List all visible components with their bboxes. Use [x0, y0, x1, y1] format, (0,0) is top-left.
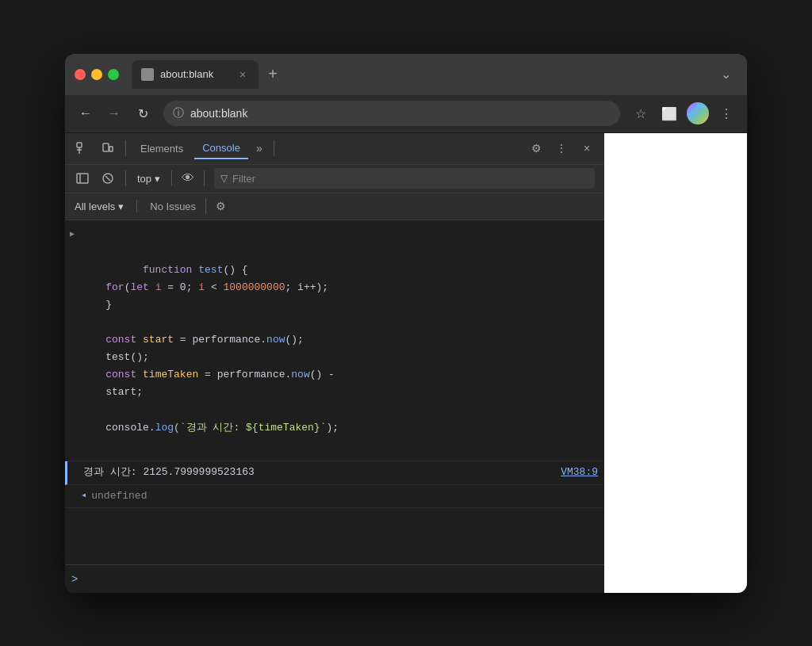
menu-icon[interactable]: ⋮ — [715, 102, 737, 124]
filter-placeholder: Filter — [232, 173, 255, 185]
filter-icon: ▽ — [220, 173, 228, 184]
bookmark-icon[interactable]: ☆ — [630, 102, 652, 124]
devtools-more-icon[interactable]: ⋮ — [550, 137, 573, 159]
forward-icon: → — [108, 106, 121, 120]
undefined-value: undefined — [91, 488, 147, 505]
console-divider — [125, 170, 126, 186]
code-input-block: ▶ function test() { for(let i = 0; i < 1… — [65, 220, 604, 461]
level-divider — [136, 200, 137, 212]
tab-dropdown-button[interactable]: ⌄ — [714, 63, 737, 85]
level-divider-2 — [205, 198, 206, 214]
inspect-element-icon[interactable] — [71, 137, 94, 159]
maximize-button[interactable] — [108, 69, 119, 80]
browser-window: about:blank × + ⌄ ← → ↻ ⓘ about:blank — [65, 54, 747, 593]
svg-rect-3 — [77, 174, 88, 183]
tab-close-icon[interactable]: × — [236, 68, 249, 81]
undefined-result: ◂ undefined — [65, 485, 604, 509]
level-dropdown-icon: ▾ — [118, 201, 124, 212]
minimize-button[interactable] — [91, 69, 102, 80]
output-text: 경과 시간: 2125.7999999523163 — [83, 464, 255, 481]
issues-settings-icon[interactable]: ⚙ — [216, 200, 226, 212]
title-bar: about:blank × + ⌄ — [65, 54, 747, 95]
clear-console-icon[interactable] — [97, 167, 119, 189]
expand-arrow[interactable]: ▶ — [70, 227, 75, 241]
svg-rect-0 — [77, 143, 82, 147]
traffic-lights — [75, 69, 119, 80]
no-issues-label: No Issues — [150, 201, 196, 212]
info-icon: ⓘ — [173, 106, 184, 120]
console-output-line: 경과 시간: 2125.7999999523163 VM38:9 — [65, 461, 604, 485]
tab-console[interactable]: Console — [194, 137, 248, 159]
tab-favicon — [141, 68, 154, 81]
extensions-icon[interactable]: ⬜ — [658, 102, 680, 124]
console-divider-2 — [171, 170, 172, 186]
page-content — [604, 133, 747, 593]
address-bar[interactable]: ⓘ about:blank — [163, 101, 620, 126]
refresh-button[interactable]: ↻ — [132, 102, 154, 124]
devtools-panel: Elements Console » ⚙ ⋮ × — [65, 133, 604, 593]
more-tabs-icon[interactable]: » — [251, 142, 267, 155]
console-spacer — [65, 508, 604, 540]
tab-title: about:blank — [160, 68, 230, 80]
level-selector[interactable]: All levels ▾ — [75, 201, 124, 212]
avatar[interactable] — [687, 102, 709, 124]
devtools-controls: ⚙ ⋮ × — [525, 137, 598, 159]
devtools-close-icon[interactable]: × — [576, 137, 598, 159]
nav-bar: ← → ↻ ⓘ about:blank ☆ ⬜ ⋮ — [65, 95, 747, 133]
svg-line-6 — [105, 176, 110, 181]
result-arrow: ◂ — [81, 488, 86, 503]
toolbar-divider-2 — [274, 140, 274, 156]
level-toolbar: All levels ▾ No Issues ⚙ — [65, 193, 604, 220]
address-text: about:blank — [190, 107, 611, 120]
prompt-icon: > — [71, 572, 78, 585]
back-icon: ← — [79, 106, 92, 120]
content-area: Elements Console » ⚙ ⋮ × — [65, 133, 747, 593]
eye-icon[interactable]: 👁 — [178, 168, 197, 189]
console-input-area[interactable]: > — [65, 564, 604, 593]
chevron-down-icon: ⌄ — [721, 67, 731, 81]
console-output[interactable]: ▶ function test() { for(let i = 0; i < 1… — [65, 220, 604, 564]
refresh-icon: ↻ — [138, 106, 148, 121]
console-toolbar: top ▾ 👁 ▽ Filter — [65, 165, 604, 193]
context-selector[interactable]: top ▾ — [132, 171, 165, 186]
close-button[interactable] — [75, 69, 86, 80]
devtools-settings-icon[interactable]: ⚙ — [525, 137, 547, 159]
tab-elements[interactable]: Elements — [132, 137, 191, 159]
back-button[interactable]: ← — [75, 102, 97, 124]
source-link[interactable]: VM38:9 — [561, 464, 598, 481]
toolbar-divider — [125, 140, 126, 156]
device-toolbar-icon[interactable] — [97, 137, 119, 159]
active-tab[interactable]: about:blank × — [132, 60, 259, 89]
nav-icons: ☆ ⬜ ⋮ — [630, 102, 737, 124]
level-label: All levels — [75, 201, 115, 212]
svg-rect-1 — [103, 143, 109, 151]
tab-bar: about:blank × + ⌄ — [132, 60, 737, 89]
svg-rect-2 — [109, 147, 113, 151]
forward-button[interactable]: → — [103, 102, 125, 124]
new-tab-button[interactable]: + — [262, 63, 284, 86]
console-divider-3 — [204, 170, 205, 186]
context-label: top — [137, 173, 151, 185]
context-dropdown-icon: ▾ — [155, 173, 160, 185]
sidebar-toggle-icon[interactable] — [71, 167, 94, 189]
devtools-toolbar: Elements Console » ⚙ ⋮ × — [65, 133, 604, 165]
plus-icon: + — [268, 65, 278, 83]
filter-input[interactable]: ▽ Filter — [214, 168, 595, 189]
